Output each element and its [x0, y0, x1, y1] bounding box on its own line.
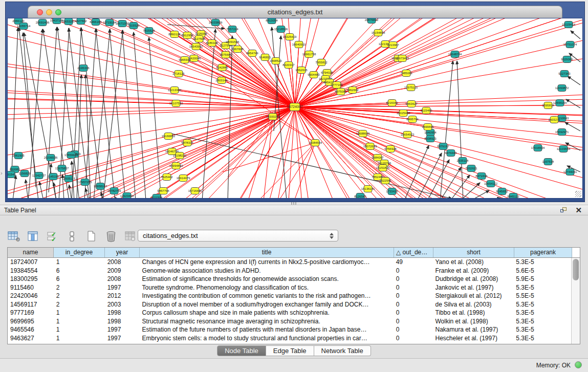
- cell-title[interactable]: Changes of HCN gene expression and I(f) …: [140, 258, 394, 267]
- column-header-in_degree[interactable]: in_degree: [54, 248, 105, 257]
- cell-year[interactable]: 2009: [105, 267, 140, 275]
- table-settings-icon[interactable]: ⚙: [7, 230, 20, 243]
- tab-network-table[interactable]: Network Table: [314, 345, 371, 356]
- cell-name[interactable]: 9465546: [8, 325, 54, 334]
- cell-title[interactable]: Disruption of a novel member of a sodium…: [140, 300, 394, 309]
- cell-title[interactable]: Tourette syndrome. Phenomenology and cla…: [140, 283, 394, 292]
- network-select-dropdown[interactable]: citations_edges.txt: [138, 230, 338, 242]
- table-row[interactable]: 911546021997Tourette syndrome. Phenomeno…: [8, 283, 571, 292]
- cell-in_degree[interactable]: 1: [54, 334, 105, 343]
- close-panel-icon[interactable]: ✕: [575, 206, 582, 215]
- cell-pagerank[interactable]: 5.3E-5: [513, 325, 571, 334]
- cell-out_degree[interactable]: 0: [394, 300, 433, 309]
- cell-year[interactable]: 1997: [105, 334, 140, 343]
- cell-out_degree[interactable]: 0: [394, 317, 433, 326]
- select-rows-icon[interactable]: ✓✓: [46, 230, 59, 243]
- cell-year[interactable]: 1997: [105, 325, 140, 334]
- cell-name[interactable]: 19384554: [8, 267, 54, 275]
- network-window-titlebar[interactable]: citations_edges.txt: [28, 6, 562, 18]
- column-header-title[interactable]: title: [140, 248, 394, 257]
- table-row[interactable]: 1938455462009Genome-wide association stu…: [8, 267, 571, 275]
- table-disabled-icon[interactable]: [124, 230, 137, 243]
- cell-name[interactable]: 18724007: [8, 258, 54, 267]
- cell-name[interactable]: 9777169: [8, 309, 54, 317]
- cell-short[interactable]: Hescheler et al. (1997): [432, 334, 513, 343]
- cell-out_degree[interactable]: 0: [394, 334, 433, 343]
- tab-node-table[interactable]: Node Table: [217, 345, 266, 356]
- cell-year[interactable]: 1998: [105, 317, 140, 326]
- cell-in_degree[interactable]: 2: [54, 300, 105, 309]
- cell-pagerank[interactable]: 5.5E-5: [513, 292, 571, 300]
- table-columns-icon[interactable]: [27, 230, 40, 243]
- cell-out_degree[interactable]: 0: [394, 325, 433, 334]
- cell-short[interactable]: Wolkin et al. (1998): [432, 317, 513, 326]
- cell-out_degree[interactable]: 0: [394, 292, 433, 300]
- cell-name[interactable]: 9115460: [8, 283, 54, 292]
- cell-pagerank[interactable]: 5.9E-5: [513, 275, 571, 283]
- cell-pagerank[interactable]: 5.3E-5: [513, 283, 571, 292]
- cell-out_degree[interactable]: 0: [394, 309, 433, 317]
- table-row[interactable]: 1456911722003Disruption of a novel membe…: [8, 300, 571, 309]
- cell-short[interactable]: Nakamura et al. (1997): [432, 325, 513, 334]
- cell-pagerank[interactable]: 5.6E-5: [513, 267, 571, 275]
- cell-short[interactable]: Stergiakouli et al. (2012): [432, 292, 513, 300]
- cell-pagerank[interactable]: 5.3E-5: [513, 309, 571, 317]
- cell-short[interactable]: Tibbo et al. (1998): [432, 309, 513, 317]
- cell-name[interactable]: 14569117: [8, 300, 54, 309]
- table-row[interactable]: 946554611997Estimation of the future num…: [8, 325, 571, 334]
- column-header-pagerank[interactable]: pagerank: [514, 248, 572, 257]
- cell-pagerank[interactable]: 5.3E-5: [513, 334, 571, 343]
- cell-name[interactable]: 18300295: [8, 275, 54, 283]
- cell-in_degree[interactable]: 6: [54, 267, 105, 275]
- citation-network-graph[interactable]: 2066120140557142069140619437148106532871…: [8, 18, 582, 198]
- cell-in_degree[interactable]: 1: [54, 309, 105, 317]
- cell-out_degree[interactable]: 0: [394, 267, 433, 275]
- cell-name[interactable]: 9463627: [8, 334, 54, 343]
- float-panel-icon[interactable]: [560, 207, 568, 213]
- column-header-name[interactable]: name: [8, 248, 54, 257]
- cell-in_degree[interactable]: 1: [54, 317, 105, 326]
- table-row[interactable]: 1872400712008Changes of HCN gene express…: [8, 258, 571, 267]
- new-file-icon[interactable]: [85, 230, 98, 243]
- cell-name[interactable]: 22420046: [8, 292, 54, 300]
- collapsed-panel-chevron-icon[interactable]: ›: [1, 170, 3, 176]
- cell-title[interactable]: Estimation of the future numbers of pati…: [140, 325, 394, 334]
- network-graph-canvas[interactable]: 2066120140557142069140619437148106532871…: [7, 18, 583, 199]
- cell-pagerank[interactable]: 5.3E-5: [513, 300, 571, 309]
- cell-in_degree[interactable]: 2: [54, 292, 105, 300]
- cell-year[interactable]: 2008: [105, 275, 140, 283]
- cell-year[interactable]: 1997: [105, 283, 140, 292]
- cell-title[interactable]: Estimation of significance thresholds fo…: [140, 275, 394, 283]
- cell-out_degree[interactable]: 49: [394, 258, 433, 267]
- cell-title[interactable]: Genome-wide association studies in ADHD.: [140, 267, 394, 275]
- row-height-icon[interactable]: [66, 230, 79, 243]
- cell-out_degree[interactable]: 0: [394, 283, 433, 292]
- cell-year[interactable]: 2012: [105, 292, 140, 300]
- column-header-out_degree[interactable]: △ out_de…: [394, 248, 433, 257]
- cell-short[interactable]: Franke et al. (2009): [432, 267, 513, 275]
- cell-title[interactable]: Embryonic stem cells: a model to study s…: [140, 334, 394, 343]
- cell-name[interactable]: 9699695: [8, 317, 54, 326]
- cell-pagerank[interactable]: 5.3E-5: [513, 258, 571, 267]
- cell-year[interactable]: 1998: [105, 309, 140, 317]
- tab-edge-table[interactable]: Edge Table: [266, 345, 314, 356]
- table-row[interactable]: 1830029562008Estimation of significance …: [8, 275, 571, 283]
- table-row[interactable]: 946362711997Embryonic stem cells: a mode…: [8, 334, 571, 343]
- cell-title[interactable]: Corpus callosum shape and size in male p…: [140, 309, 394, 317]
- table-row[interactable]: 2242004622012Investigating the contribut…: [8, 292, 571, 300]
- table-row[interactable]: 969969511998Structural magnetic resonanc…: [8, 317, 571, 326]
- cell-in_degree[interactable]: 2: [54, 283, 105, 292]
- scrollbar-thumb[interactable]: [573, 259, 579, 280]
- resize-grip-icon[interactable]: [575, 191, 581, 197]
- column-header-short[interactable]: short: [433, 248, 514, 257]
- cell-in_degree[interactable]: 6: [54, 275, 105, 283]
- cell-in_degree[interactable]: 1: [54, 258, 105, 267]
- table-row[interactable]: 977716911998Corpus callosum shape and si…: [8, 309, 571, 317]
- column-header-year[interactable]: year: [105, 248, 140, 257]
- cell-title[interactable]: Investigating the contribution of common…: [140, 292, 394, 300]
- vertical-scrollbar[interactable]: [571, 258, 580, 344]
- cell-pagerank[interactable]: 5.3E-5: [513, 317, 571, 326]
- cell-year[interactable]: 2003: [105, 300, 140, 309]
- cell-short[interactable]: de Silva et al. (2003): [432, 300, 513, 309]
- cell-short[interactable]: Yano et al. (2008): [432, 258, 513, 267]
